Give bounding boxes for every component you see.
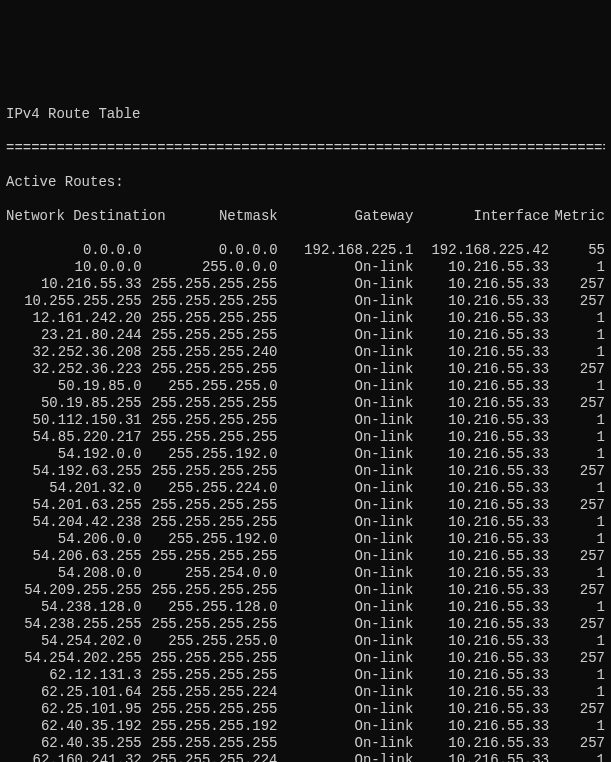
- route-mask: 255.255.255.255: [142, 650, 278, 667]
- route-dest: 32.252.36.208: [6, 344, 142, 361]
- route-mask: 255.255.255.255: [142, 463, 278, 480]
- route-dest: 12.161.242.20: [6, 310, 142, 327]
- route-dest: 54.238.128.0: [6, 599, 142, 616]
- route-if: 192.168.225.42: [413, 242, 549, 259]
- route-if: 10.216.55.33: [413, 514, 549, 531]
- route-if: 10.216.55.33: [413, 327, 549, 344]
- route-metric: 1: [549, 429, 605, 446]
- route-mask: 255.255.192.0: [142, 531, 278, 548]
- route-gw: On-link: [278, 259, 414, 276]
- route-gw: On-link: [278, 293, 414, 310]
- route-row: 54.254.202.0255.255.255.0On-link10.216.5…: [6, 633, 605, 650]
- route-if: 10.216.55.33: [413, 463, 549, 480]
- route-gw: On-link: [278, 718, 414, 735]
- route-if: 10.216.55.33: [413, 378, 549, 395]
- route-row: 10.216.55.33255.255.255.255On-link10.216…: [6, 276, 605, 293]
- route-if: 10.216.55.33: [413, 361, 549, 378]
- route-mask: 255.255.255.255: [142, 412, 278, 429]
- route-dest: 54.192.63.255: [6, 463, 142, 480]
- route-dest: 32.252.36.223: [6, 361, 142, 378]
- route-row: 50.19.85.255255.255.255.255On-link10.216…: [6, 395, 605, 412]
- route-gw: On-link: [278, 701, 414, 718]
- route-metric: 1: [549, 718, 605, 735]
- route-gw: On-link: [278, 344, 414, 361]
- route-gw: On-link: [278, 548, 414, 565]
- route-mask: 255.255.255.255: [142, 395, 278, 412]
- route-gw: On-link: [278, 480, 414, 497]
- route-mask: 255.0.0.0: [142, 259, 278, 276]
- route-mask: 255.255.255.255: [142, 327, 278, 344]
- route-gw: On-link: [278, 752, 414, 762]
- route-metric: 1: [549, 667, 605, 684]
- route-row: 0.0.0.00.0.0.0192.168.225.1192.168.225.4…: [6, 242, 605, 259]
- route-mask: 255.255.255.224: [142, 752, 278, 762]
- terminal-output: IPv4 Route Table =======================…: [0, 85, 611, 762]
- route-mask: 255.255.255.255: [142, 276, 278, 293]
- route-row: 62.40.35.255255.255.255.255On-link10.216…: [6, 735, 605, 752]
- route-dest: 62.25.101.95: [6, 701, 142, 718]
- route-metric: 1: [549, 633, 605, 650]
- route-row: 23.21.80.244255.255.255.255On-link10.216…: [6, 327, 605, 344]
- column-headers: Network DestinationNetmaskGatewayInterfa…: [6, 208, 605, 225]
- route-gw: On-link: [278, 361, 414, 378]
- route-if: 10.216.55.33: [413, 395, 549, 412]
- route-metric: 257: [549, 650, 605, 667]
- route-gw: On-link: [278, 327, 414, 344]
- route-row: 54.201.32.0255.255.224.0On-link10.216.55…: [6, 480, 605, 497]
- route-gw: On-link: [278, 599, 414, 616]
- route-metric: 257: [549, 361, 605, 378]
- route-gw: 192.168.225.1: [278, 242, 414, 259]
- route-metric: 1: [549, 412, 605, 429]
- route-dest: 23.21.80.244: [6, 327, 142, 344]
- route-dest: 50.112.150.31: [6, 412, 142, 429]
- route-row: 54.206.0.0255.255.192.0On-link10.216.55.…: [6, 531, 605, 548]
- route-row: 54.254.202.255255.255.255.255On-link10.2…: [6, 650, 605, 667]
- route-mask: 255.255.255.255: [142, 293, 278, 310]
- route-row: 54.192.0.0255.255.192.0On-link10.216.55.…: [6, 446, 605, 463]
- route-mask: 255.255.255.255: [142, 361, 278, 378]
- route-metric: 257: [549, 701, 605, 718]
- route-row: 54.238.255.255255.255.255.255On-link10.2…: [6, 616, 605, 633]
- route-mask: 255.255.255.240: [142, 344, 278, 361]
- route-row: 54.208.0.0255.254.0.0On-link10.216.55.33…: [6, 565, 605, 582]
- route-gw: On-link: [278, 616, 414, 633]
- route-if: 10.216.55.33: [413, 735, 549, 752]
- route-if: 10.216.55.33: [413, 310, 549, 327]
- route-dest: 54.238.255.255: [6, 616, 142, 633]
- route-metric: 1: [549, 565, 605, 582]
- route-metric: 257: [549, 735, 605, 752]
- route-metric: 257: [549, 616, 605, 633]
- route-row: 54.192.63.255255.255.255.255On-link10.21…: [6, 463, 605, 480]
- route-row: 50.19.85.0255.255.255.0On-link10.216.55.…: [6, 378, 605, 395]
- route-dest: 50.19.85.0: [6, 378, 142, 395]
- route-if: 10.216.55.33: [413, 633, 549, 650]
- header-destination: Network Destination: [6, 208, 142, 225]
- route-gw: On-link: [278, 463, 414, 480]
- route-dest: 54.201.32.0: [6, 480, 142, 497]
- route-mask: 255.255.255.255: [142, 514, 278, 531]
- route-dest: 54.204.42.238: [6, 514, 142, 531]
- route-dest: 54.201.63.255: [6, 497, 142, 514]
- route-metric: 1: [549, 378, 605, 395]
- route-row: 54.209.255.255255.255.255.255On-link10.2…: [6, 582, 605, 599]
- header-interface: Interface: [413, 208, 549, 225]
- route-if: 10.216.55.33: [413, 599, 549, 616]
- route-row: 62.25.101.64255.255.255.224On-link10.216…: [6, 684, 605, 701]
- route-dest: 62.160.241.32: [6, 752, 142, 762]
- route-gw: On-link: [278, 735, 414, 752]
- route-gw: On-link: [278, 310, 414, 327]
- route-dest: 62.12.131.3: [6, 667, 142, 684]
- header-gateway: Gateway: [278, 208, 414, 225]
- route-dest: 54.192.0.0: [6, 446, 142, 463]
- route-dest: 54.208.0.0: [6, 565, 142, 582]
- route-mask: 255.255.255.224: [142, 684, 278, 701]
- route-gw: On-link: [278, 446, 414, 463]
- route-row: 10.255.255.255255.255.255.255On-link10.2…: [6, 293, 605, 310]
- route-dest: 0.0.0.0: [6, 242, 142, 259]
- route-gw: On-link: [278, 497, 414, 514]
- route-if: 10.216.55.33: [413, 412, 549, 429]
- route-gw: On-link: [278, 514, 414, 531]
- route-gw: On-link: [278, 531, 414, 548]
- route-mask: 0.0.0.0: [142, 242, 278, 259]
- route-metric: 1: [549, 599, 605, 616]
